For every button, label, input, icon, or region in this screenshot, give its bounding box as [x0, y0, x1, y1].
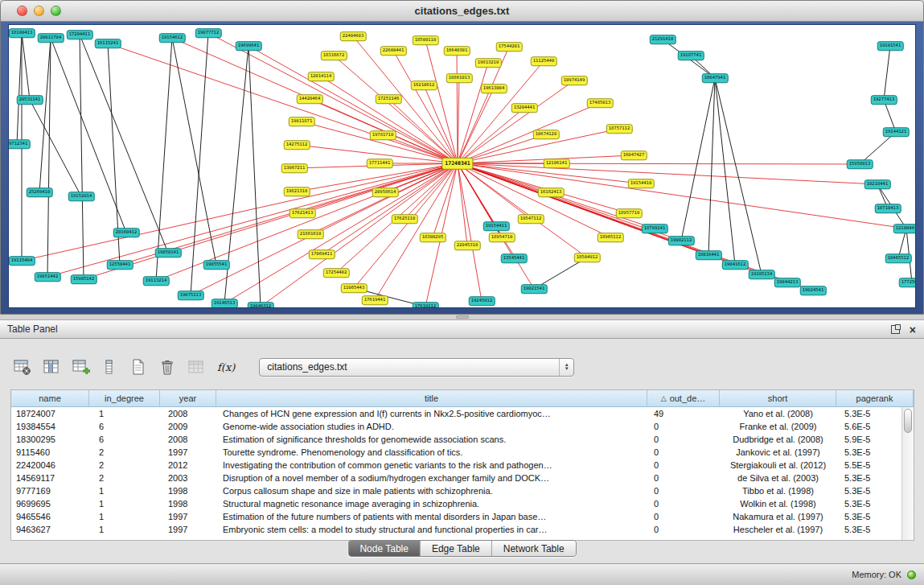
network-node[interactable]: 19113214	[143, 276, 170, 286]
network-node[interactable]: 16047427	[621, 150, 647, 160]
table-row[interactable]: 2242004622012Investigating the contribut…	[11, 459, 914, 472]
network-node[interactable]: 22045310	[454, 241, 481, 250]
network-node[interactable]: 13545441	[501, 253, 528, 263]
network-node[interactable]: 17254402	[323, 268, 350, 278]
network-hub-node[interactable]: 17240341	[441, 158, 473, 170]
table-row[interactable]: 977716911998Corpus callosum shape and si…	[11, 484, 914, 497]
network-node[interactable]: 18500110	[413, 35, 439, 45]
network-node[interactable]: 19154410	[628, 179, 655, 188]
network-node[interactable]: 19051442	[35, 272, 61, 282]
network-node[interactable]: 18799141	[642, 224, 668, 233]
network-node[interactable]: 19050141	[155, 248, 182, 257]
table-row[interactable]: 969969511998Structural magnetic resonanc…	[11, 497, 914, 510]
network-node[interactable]: 17485013	[587, 98, 614, 108]
network-node[interactable]: 12100441	[893, 224, 916, 233]
network-node[interactable]: 16647941	[702, 73, 729, 83]
network-node[interactable]: 19821310	[284, 187, 310, 196]
network-node[interactable]: 19077712	[195, 28, 222, 38]
import-table-icon[interactable]	[187, 358, 206, 376]
network-node[interactable]: 19024541	[800, 286, 827, 295]
network-node[interactable]: 18757112	[606, 124, 633, 134]
network-node[interactable]: 16210612	[411, 80, 437, 90]
show-columns-icon[interactable]	[42, 358, 61, 376]
zoom-window-button[interactable]	[51, 6, 61, 16]
network-node[interactable]: 10465512	[885, 253, 912, 263]
network-node[interactable]: 19813210	[475, 58, 502, 68]
minimize-window-button[interactable]	[34, 6, 44, 16]
network-node[interactable]: 11065443	[341, 283, 368, 293]
close-window-button[interactable]	[17, 6, 27, 16]
network-node[interactable]: 19613004	[481, 84, 507, 93]
network-node[interactable]: 19781710	[370, 130, 396, 140]
new-table-icon[interactable]	[129, 358, 148, 376]
network-node[interactable]: 19144121	[883, 127, 910, 137]
column-header-title[interactable]: title	[216, 390, 647, 406]
network-node[interactable]: 17711441	[367, 159, 393, 168]
network-node[interactable]: 16115241	[95, 39, 121, 48]
network-node[interactable]: 19105134	[749, 270, 775, 279]
network-node[interactable]: 12014114	[308, 72, 335, 81]
network-table-select[interactable]: citations_edges.txt ▲ ▼	[259, 358, 574, 377]
network-node[interactable]: 20011704	[38, 33, 64, 43]
network-node[interactable]: 13067211	[281, 163, 308, 173]
network-node[interactable]: 12106141	[544, 159, 570, 168]
delete-table-icon[interactable]	[158, 358, 177, 376]
network-node[interactable]: 19154612	[159, 33, 186, 43]
network-node[interactable]: 19041612	[722, 260, 749, 270]
network-node[interactable]: 17251146	[376, 94, 402, 104]
network-node[interactable]: 19115404	[9, 256, 35, 266]
network-node[interactable]: 14420464	[297, 94, 323, 104]
table-row[interactable]: 1938455462009Genome-wide association stu…	[11, 420, 914, 433]
network-node[interactable]: 15958013	[847, 159, 873, 169]
network-node[interactable]: 19011871	[289, 117, 315, 126]
function-builder-icon[interactable]: f(x)	[216, 361, 236, 373]
table-row[interactable]: 1830029562008Estimation of significance …	[11, 433, 914, 446]
network-node[interactable]: 19154411	[483, 221, 510, 231]
tab-node-table[interactable]: Node Table	[348, 541, 421, 556]
column-header-name[interactable]: name	[11, 390, 89, 406]
scrollbar-thumb[interactable]	[904, 409, 912, 433]
network-node[interactable]: 21291410	[650, 35, 676, 44]
column-header-year[interactable]: year	[160, 390, 216, 406]
network-node[interactable]: 14275112	[284, 140, 310, 150]
tab-network-table[interactable]: Network Table	[492, 541, 576, 556]
network-node[interactable]: 19101541	[877, 41, 904, 51]
network-node[interactable]: 19021541	[521, 284, 548, 294]
network-node[interactable]: 18957710	[616, 208, 643, 218]
table-row[interactable]: 1456911722003Disruption of a novel membe…	[11, 472, 914, 484]
float-panel-icon[interactable]	[891, 325, 900, 334]
network-node[interactable]: 18504912	[574, 253, 601, 262]
table-row[interactable]: 946554611997Estimation of the future num…	[11, 510, 914, 523]
network-node[interactable]: 19002112	[668, 236, 695, 245]
network-node[interactable]: 25269410	[27, 187, 53, 197]
network-node[interactable]: 18965112	[598, 233, 624, 242]
network-node[interactable]: 19277413	[871, 95, 897, 105]
network-node[interactable]: 17619112	[413, 302, 439, 308]
network-node[interactable]: 16640301	[444, 46, 470, 56]
network-node[interactable]: 20531141	[17, 95, 43, 105]
network-node[interactable]: 19044213	[774, 278, 801, 287]
network-node[interactable]: 18954710	[489, 233, 515, 242]
network-node[interactable]: 19699641	[236, 41, 262, 51]
network-node[interactable]: 19245012	[469, 296, 495, 306]
network-node[interactable]: 19046312	[248, 302, 274, 308]
vertical-scrollbar[interactable]	[901, 407, 914, 540]
network-node[interactable]: 19187741	[678, 51, 704, 60]
column-header-short[interactable]: short	[720, 390, 836, 406]
network-node[interactable]: 19547112	[518, 214, 544, 224]
network-canvas[interactable]: 1724034122404603183166721201411414420464…	[8, 24, 916, 308]
network-node[interactable]: 18016441	[696, 250, 722, 260]
table-row[interactable]: 1872400712008Changes of HCN gene express…	[11, 407, 914, 420]
network-node[interactable]: 19055541	[203, 260, 230, 270]
network-node[interactable]: 22404603	[340, 31, 367, 41]
table-settings-icon[interactable]	[13, 358, 32, 376]
network-node[interactable]: 10218441	[864, 179, 891, 189]
close-panel-icon[interactable]: ×	[910, 324, 916, 336]
network-node[interactable]: 17544201	[496, 42, 523, 51]
column-header-in_degree[interactable]: in_degree	[89, 390, 160, 406]
network-node[interactable]: 12550441	[107, 260, 133, 270]
network-node[interactable]: 17625110	[392, 214, 418, 224]
network-node[interactable]: 20160412	[113, 228, 140, 237]
network-window-titlebar[interactable]: citations_edges.txt	[1, 1, 923, 22]
network-node[interactable]: 20958614	[372, 187, 399, 197]
